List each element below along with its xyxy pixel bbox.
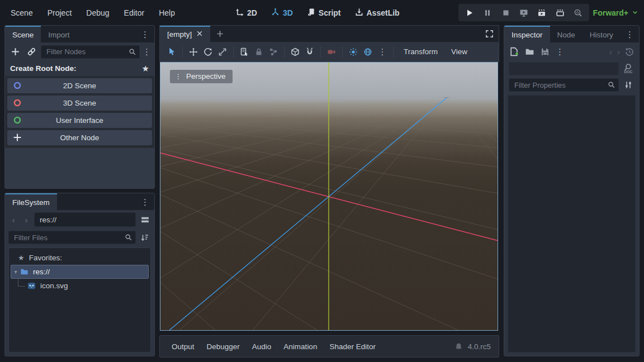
menu-editor[interactable]: Editor: [117, 0, 152, 25]
filesystem-menu-icon[interactable]: ⋮: [136, 198, 154, 206]
pause-button[interactable]: [483, 8, 492, 17]
tree-item-icon-svg[interactable]: icon.svg: [9, 279, 150, 293]
close-icon[interactable]: [196, 30, 203, 39]
3d-viewport[interactable]: ⋮ Perspective: [160, 62, 498, 331]
tree-item-label: icon.svg: [40, 282, 68, 290]
svg-text:DOC: DOC: [624, 70, 633, 74]
remote-debug-icon[interactable]: [519, 8, 528, 17]
animation-button[interactable]: Animation: [277, 336, 323, 357]
tab-import[interactable]: Import: [41, 26, 77, 42]
expand-viewport-icon[interactable]: [480, 26, 499, 42]
notifications-bell-icon[interactable]: [454, 342, 463, 351]
filesystem-filter-row: [5, 229, 154, 246]
perspective-menu-button[interactable]: ⋮ Perspective: [170, 70, 233, 83]
select-mode-button[interactable]: [164, 45, 179, 59]
sun-light-icon[interactable]: [346, 45, 361, 59]
scene-tab-empty[interactable]: [empty]: [160, 26, 210, 42]
tab-node[interactable]: Node: [550, 26, 583, 42]
inspector-menu-icon[interactable]: ⋮: [621, 30, 639, 39]
option-label: User Interface: [56, 116, 103, 125]
filesystem-tabs: FileSystem ⋮: [5, 193, 154, 210]
search-icon: [608, 81, 615, 91]
workspace-assetlib-button[interactable]: AssetLib: [351, 8, 404, 18]
movie-frame-button[interactable]: [556, 8, 565, 17]
lock-icon[interactable]: [252, 45, 266, 59]
save-icon[interactable]: [541, 47, 550, 56]
environment-globe-icon[interactable]: [361, 45, 375, 59]
object-name-row: DOC: [504, 61, 639, 77]
path-input[interactable]: [34, 212, 136, 227]
sort-files-icon[interactable]: [139, 233, 151, 242]
3d-icon: [271, 8, 280, 18]
transform-menu[interactable]: Transform: [397, 42, 444, 61]
create-2d-scene-button[interactable]: 2D Scene: [7, 78, 152, 93]
scale-mode-button[interactable]: [215, 45, 230, 59]
workspace-script-button[interactable]: Script: [302, 8, 345, 18]
display-mode-icon[interactable]: [139, 215, 151, 225]
filter-files-input[interactable]: [8, 231, 136, 244]
object-name-field[interactable]: [509, 62, 619, 75]
tab-scene[interactable]: Scene: [5, 26, 41, 42]
root-node-options: 2D Scene 3D Scene User Interface Other N…: [5, 76, 154, 148]
debugger-button[interactable]: Debugger: [201, 336, 246, 357]
menu-help[interactable]: Help: [151, 0, 182, 25]
instance-scene-link-icon[interactable]: [25, 47, 38, 56]
filter-files-search: [8, 231, 136, 244]
renderer-selector[interactable]: Forward+: [593, 0, 638, 25]
load-resource-folder-icon[interactable]: [525, 47, 534, 56]
menu-debug[interactable]: Debug: [79, 0, 116, 25]
output-button[interactable]: Output: [165, 336, 201, 357]
tab-history[interactable]: History: [583, 26, 621, 42]
plus-icon: [13, 133, 22, 144]
history-forward-icon[interactable]: ›: [617, 47, 620, 56]
snap-magnet-icon[interactable]: [302, 45, 317, 59]
chevron-down-icon: [632, 8, 638, 17]
new-scene-tab-button[interactable]: [210, 26, 229, 42]
collapse-icon[interactable]: ▾: [11, 269, 20, 275]
movie-maker-settings-icon[interactable]: [574, 8, 583, 17]
selection-list-icon[interactable]: [237, 45, 252, 59]
workspace-switcher: 2D 3D Script AssetLib: [231, 0, 404, 25]
menu-project[interactable]: Project: [40, 0, 79, 25]
move-mode-button[interactable]: [186, 45, 201, 59]
stop-button[interactable]: [501, 8, 510, 17]
group-icon[interactable]: [266, 45, 281, 59]
tab-filesystem[interactable]: FileSystem: [5, 193, 57, 210]
movie-writer-button[interactable]: [537, 8, 546, 17]
object-history-icon[interactable]: [625, 47, 634, 56]
create-other-node-button[interactable]: Other Node: [7, 130, 152, 145]
audio-button[interactable]: Audio: [246, 336, 278, 357]
tab-inspector[interactable]: Inspector: [504, 26, 550, 42]
shader-editor-button[interactable]: Shader Editor: [323, 336, 382, 357]
local-space-icon[interactable]: [288, 45, 302, 59]
scene-dock-menu-icon[interactable]: ⋮: [136, 30, 154, 39]
filter-properties-input[interactable]: [509, 78, 619, 92]
create-3d-scene-button[interactable]: 3D Scene: [7, 96, 152, 111]
tree-item-res[interactable]: ▾ res://: [11, 265, 149, 279]
menu-scene[interactable]: Scene: [3, 0, 40, 25]
new-resource-icon[interactable]: [509, 47, 519, 56]
play-button[interactable]: [465, 8, 474, 17]
inspector-filter-row: [504, 77, 639, 93]
open-docs-search-icon[interactable]: DOC: [622, 63, 634, 74]
create-root-label: Create Root Node:: [10, 64, 142, 73]
favorites-star-icon[interactable]: ★: [142, 64, 149, 74]
renderer-label: Forward+: [593, 8, 628, 17]
view-menu[interactable]: View: [444, 42, 474, 61]
history-back-icon[interactable]: ‹: [609, 47, 612, 56]
nav-forward-icon[interactable]: ›: [21, 215, 31, 225]
workspace-3d-button[interactable]: 3D: [267, 8, 297, 18]
property-filter-sliders-icon[interactable]: [622, 80, 634, 89]
filter-nodes-input[interactable]: [41, 45, 140, 59]
viewport-extra-menu-icon[interactable]: ⋮: [375, 45, 390, 59]
perspective-label: Perspective: [186, 72, 226, 80]
resource-menu-icon[interactable]: ⋮: [556, 47, 564, 56]
scene-toolbar-menu-icon[interactable]: ⋮: [143, 47, 151, 56]
workspace-2d-button[interactable]: 2D: [231, 8, 262, 18]
nav-back-icon[interactable]: ‹: [8, 215, 18, 225]
add-node-button[interactable]: [8, 47, 22, 56]
node2d-icon: [13, 81, 22, 92]
create-user-interface-button[interactable]: User Interface: [7, 113, 152, 128]
rotate-mode-button[interactable]: [201, 45, 215, 59]
camera-preview-icon[interactable]: [324, 45, 339, 59]
